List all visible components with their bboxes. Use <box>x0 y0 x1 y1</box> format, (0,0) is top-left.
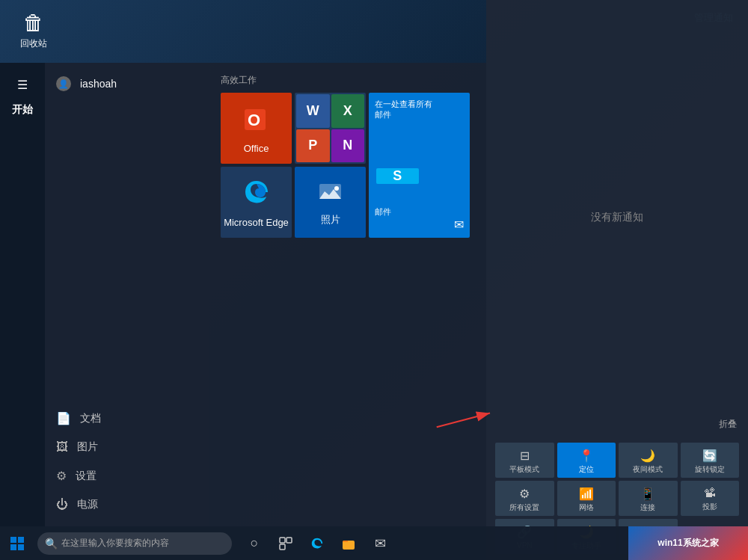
desktop: 🗑 回收站 管理通知 ☰ 开始 👤 iashoah 📄 文档 🖼 图片 <box>0 0 748 560</box>
tile-photos-label: 照片 <box>321 213 340 227</box>
notification-header <box>486 0 748 22</box>
win11-branding: win11系统之家 <box>628 526 748 560</box>
project-btn[interactable]: 📽 投影 <box>681 481 740 516</box>
taskbar-search-box[interactable]: 🔍 在这里输入你要搜索的内容 <box>37 532 232 555</box>
tile-office-suite[interactable]: W X P N <box>295 93 366 164</box>
search-icon: 🔍 <box>45 538 58 550</box>
night-mode-btn[interactable]: 🌙 夜间模式 <box>619 443 678 478</box>
recycle-bin-label: 回收站 <box>20 37 47 50</box>
user-avatar: 👤 <box>56 76 71 91</box>
svg-rect-7 <box>10 537 16 543</box>
taskbar-pinned-icons: ○ ✉ <box>239 526 395 560</box>
network-btn[interactable]: 📶 网络 <box>557 481 616 516</box>
start-menu: ☰ 开始 👤 iashoah 📄 文档 🖼 图片 ⚙ 设置 ⏻ <box>0 63 486 526</box>
svg-rect-9 <box>10 544 16 550</box>
power-icon: ⏻ <box>56 498 68 511</box>
taskbar-cortana-btn[interactable]: ○ <box>239 526 269 560</box>
location-btn[interactable]: 📍 定位 <box>557 443 616 478</box>
night-mode-icon: 🌙 <box>640 449 655 463</box>
nav-documents-label: 文档 <box>80 412 101 425</box>
taskbar-explorer-btn[interactable] <box>334 526 364 560</box>
network-label: 网络 <box>579 503 594 512</box>
taskbar-mail-btn[interactable]: ✉ <box>365 526 395 560</box>
recycle-bin-icon[interactable]: 🗑 回收站 <box>11 7 56 50</box>
connect-icon: 📱 <box>640 487 655 501</box>
all-settings-btn[interactable]: ⚙ 所有设置 <box>495 481 554 516</box>
excel-icon: X <box>331 94 365 128</box>
project-icon: 📽 <box>704 487 716 500</box>
network-icon: 📶 <box>579 487 594 501</box>
user-profile[interactable]: 👤 iashoah <box>45 70 209 97</box>
word-icon: W <box>296 94 330 128</box>
rotation-lock-btn[interactable]: 🔄 旋转锁定 <box>681 443 740 478</box>
rotation-lock-icon: 🔄 <box>702 449 717 463</box>
svg-rect-11 <box>280 538 285 543</box>
tile-mail-title: 在一处查看所有 邮件 <box>375 99 464 120</box>
svg-rect-10 <box>18 544 24 550</box>
spacer <box>45 97 209 404</box>
tablet-mode-btn[interactable]: ⊟ 平板模式 <box>495 443 554 478</box>
project-label: 投影 <box>702 502 717 511</box>
settings-icon: ⚙ <box>56 469 67 483</box>
nav-pictures[interactable]: 🖼 图片 <box>45 433 209 461</box>
nav-settings[interactable]: ⚙ 设置 <box>45 461 209 490</box>
tablet-mode-icon: ⊟ <box>520 449 530 463</box>
notification-panel: 没有新通知 折叠 ⊟ 平板模式 📍 定位 🌙 夜间模式 🔄 旋转锁定 ⚙ <box>486 0 748 560</box>
recycle-bin-graphic: 🗑 <box>19 7 49 37</box>
rotation-lock-label: 旋转锁定 <box>695 465 725 474</box>
tile-photos[interactable]: 照片 <box>295 167 366 238</box>
tile-mail[interactable]: 在一处查看所有 邮件 S 邮件 ✉ <box>369 93 470 238</box>
office-logo-icon: O <box>242 103 272 140</box>
svg-text:O: O <box>248 111 260 129</box>
start-button[interactable] <box>0 526 34 560</box>
nav-power-label: 电源 <box>77 498 98 511</box>
tiles-section-label: 高效工作 <box>221 74 475 87</box>
tile-edge[interactable]: Microsoft Edge <box>221 167 292 238</box>
start-sidebar: ☰ 开始 <box>0 63 45 526</box>
svg-rect-13 <box>280 544 285 550</box>
tile-office[interactable]: O Office <box>221 93 292 164</box>
svg-rect-8 <box>18 537 24 543</box>
svg-point-4 <box>334 186 339 191</box>
tile-office-label: Office <box>244 143 269 154</box>
powerpoint-icon: P <box>296 129 330 163</box>
start-menu-left: 👤 iashoah 📄 文档 🖼 图片 ⚙ 设置 ⏻ 电源 <box>45 63 209 526</box>
collapse-label[interactable]: 折叠 <box>486 412 748 437</box>
hamburger-menu-btn[interactable]: ☰ <box>0 70 45 99</box>
start-menu-tiles: 高效工作 O Office W X P <box>209 63 486 526</box>
tile-edge-label: Microsoft Edge <box>224 217 289 228</box>
start-label: 开始 <box>0 99 45 128</box>
username: iashoah <box>80 78 117 90</box>
nav-documents[interactable]: 📄 文档 <box>45 404 209 433</box>
skype-icon: S <box>376 168 419 184</box>
nav-power[interactable]: ⏻ 电源 <box>45 490 209 519</box>
location-label: 定位 <box>579 465 594 474</box>
connect-btn[interactable]: 📱 连接 <box>619 481 678 516</box>
search-placeholder: 在这里输入你要搜索的内容 <box>61 537 169 550</box>
onenote-icon: N <box>331 129 365 163</box>
svg-rect-12 <box>286 538 292 543</box>
location-icon: 📍 <box>579 449 594 463</box>
tablet-mode-label: 平板模式 <box>509 465 539 474</box>
pictures-icon: 🖼 <box>56 440 68 454</box>
no-notifications-text: 没有新通知 <box>486 22 748 412</box>
photos-logo-icon <box>317 178 343 210</box>
nav-settings-label: 设置 <box>76 470 96 483</box>
tile-mail-label: 邮件 <box>375 206 464 218</box>
all-settings-icon: ⚙ <box>519 487 530 501</box>
taskbar-right: ^ 🔊 📶 10:30 2024/1/1 win11系统之家 <box>659 526 748 560</box>
documents-icon: 📄 <box>56 411 71 425</box>
all-settings-label: 所有设置 <box>509 503 539 512</box>
nav-pictures-label: 图片 <box>77 440 98 454</box>
connect-label: 连接 <box>640 503 655 512</box>
taskbar-edge-btn[interactable] <box>302 526 332 560</box>
tiles-grid: O Office W X P N 在一处查看所有 邮件 <box>221 93 475 238</box>
taskbar-taskview-btn[interactable] <box>271 526 301 560</box>
night-mode-label: 夜间模式 <box>633 465 663 474</box>
edge-logo-icon <box>242 177 272 214</box>
taskbar: 🔍 在这里输入你要搜索的内容 ○ <box>0 526 748 560</box>
